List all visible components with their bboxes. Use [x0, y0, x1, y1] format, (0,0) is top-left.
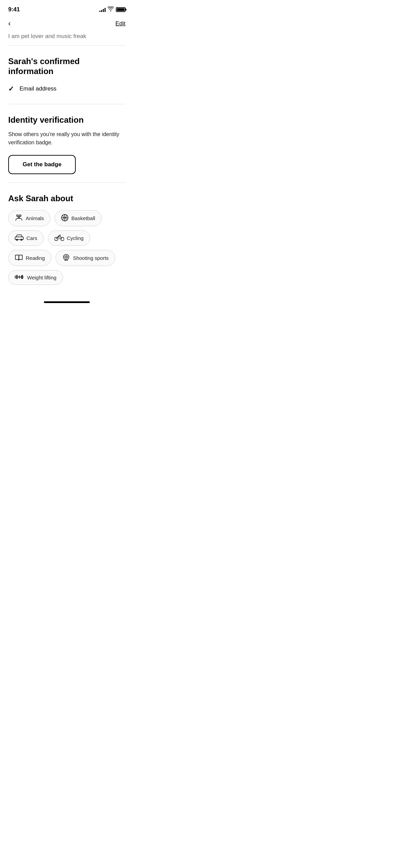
- interests-title: Ask Sarah about: [8, 194, 125, 203]
- bio-text: I am pet lover and music freak: [0, 30, 134, 45]
- identity-section: Identity verification Show others you're…: [0, 104, 134, 183]
- interest-reading[interactable]: Reading: [8, 250, 51, 266]
- confirmed-section-title: Sarah's confirmed information: [8, 57, 125, 76]
- animals-label: Animals: [26, 215, 44, 221]
- identity-title: Identity verification: [8, 115, 125, 125]
- cycling-icon: [54, 234, 64, 242]
- status-bar: 9:41: [0, 0, 134, 17]
- back-button[interactable]: ‹: [8, 20, 11, 27]
- identity-description: Show others you're really you with the i…: [8, 130, 125, 147]
- interest-shooting[interactable]: Shooting sports: [56, 250, 115, 266]
- signal-icon: [99, 7, 106, 12]
- home-indicator: [0, 299, 134, 309]
- home-indicator-bar: [44, 301, 90, 303]
- email-confirmed-row: ✓ Email address: [8, 82, 125, 96]
- status-time: 9:41: [8, 6, 20, 13]
- interests-section: Ask Sarah about Animals: [0, 183, 134, 293]
- cars-label: Cars: [26, 235, 37, 241]
- wifi-icon: [108, 7, 114, 13]
- shooting-label: Shooting sports: [73, 255, 109, 261]
- basketball-icon: [61, 214, 69, 222]
- confirmed-section: Sarah's confirmed information ✓ Email ad…: [0, 46, 134, 104]
- weightlifting-icon: [15, 274, 24, 281]
- get-badge-button[interactable]: Get the badge: [8, 155, 76, 174]
- interest-cycling[interactable]: Cycling: [48, 230, 90, 246]
- check-icon: ✓: [8, 85, 14, 93]
- cycling-label: Cycling: [67, 235, 84, 241]
- basketball-label: Basketball: [71, 215, 95, 221]
- interests-grid: Animals Basketball: [8, 210, 125, 285]
- interest-weightlifting[interactable]: Weight lifting: [8, 270, 63, 285]
- edit-button[interactable]: Edit: [116, 20, 125, 27]
- svg-point-1: [20, 215, 21, 217]
- reading-label: Reading: [26, 255, 45, 261]
- reading-icon: [15, 254, 23, 262]
- battery-icon: [116, 7, 125, 12]
- svg-point-0: [17, 215, 19, 217]
- cars-icon: [15, 234, 24, 242]
- email-label: Email address: [20, 85, 57, 92]
- shooting-icon: [62, 254, 70, 262]
- interest-basketball[interactable]: Basketball: [54, 210, 101, 226]
- svg-point-9: [59, 235, 60, 236]
- status-icons: [99, 7, 125, 13]
- svg-point-12: [65, 257, 66, 258]
- animals-icon: [15, 214, 23, 222]
- nav-bar: ‹ Edit: [0, 17, 134, 30]
- interest-cars[interactable]: Cars: [8, 230, 44, 246]
- weightlifting-label: Weight lifting: [27, 275, 57, 280]
- svg-point-2: [18, 217, 20, 218]
- interest-animals[interactable]: Animals: [8, 210, 50, 226]
